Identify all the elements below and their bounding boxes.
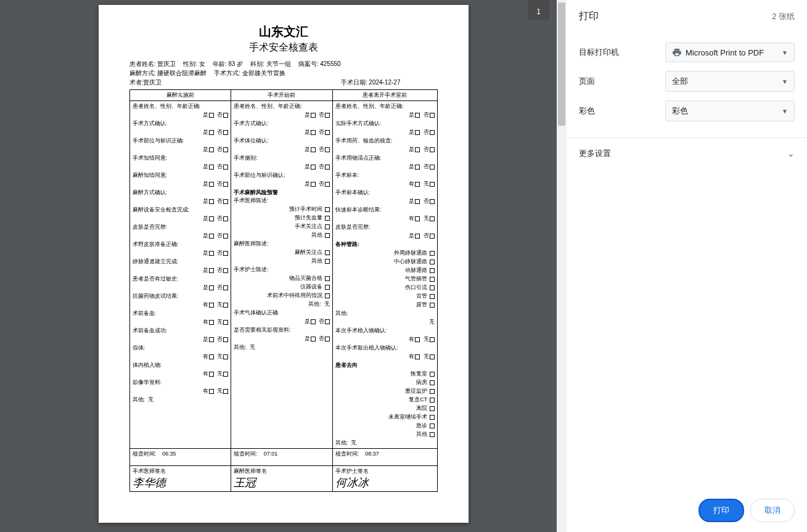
print-sidebar: 打印 2 张纸 目标打印机 Microsoft Print to PDF ▼ 页… xyxy=(567,0,807,532)
print-button[interactable]: 打印 xyxy=(698,499,744,522)
patient-info: 患者姓名: 贾庆卫 性别: 女 年龄: 83 岁 科别: 关节一组 病案号: 4… xyxy=(129,59,438,87)
print-preview-area: 1 山东文汇 手术安全核查表 患者姓名: 贾庆卫 性别: 女 年龄: 83 岁 … xyxy=(0,0,567,532)
print-title: 打印 xyxy=(579,10,599,23)
color-select[interactable]: 彩色 ▼ xyxy=(665,100,795,121)
printer-icon xyxy=(672,47,682,57)
destination-label: 目标打印机 xyxy=(579,47,619,58)
checklist-table: 麻醉实施前 手术开始前 患者离开手术室前 患者姓名、性别、年龄正确:是 否 手术… xyxy=(129,89,438,492)
doc-subtitle: 手术安全核查表 xyxy=(129,41,438,54)
pages-select[interactable]: 全部 ▼ xyxy=(665,71,795,92)
destination-value: Microsoft Print to PDF xyxy=(686,48,764,57)
preview-scrollbar[interactable] xyxy=(557,0,567,532)
sheet-count: 2 张纸 xyxy=(772,11,795,22)
destination-select[interactable]: Microsoft Print to PDF ▼ xyxy=(665,43,795,62)
more-settings-label: 更多设置 xyxy=(579,148,611,159)
chevron-down-icon: ⌄ xyxy=(787,149,795,158)
scrollbar-thumb[interactable] xyxy=(558,2,565,126)
chevron-down-icon: ▼ xyxy=(782,78,788,85)
chevron-down-icon: ▼ xyxy=(782,49,788,56)
color-label: 彩色 xyxy=(579,105,595,117)
pages-label: 页面 xyxy=(579,76,595,87)
color-value: 彩色 xyxy=(672,105,688,117)
more-settings-toggle[interactable]: 更多设置 ⌄ xyxy=(567,137,807,169)
page-preview: 山东文汇 手术安全核查表 患者姓名: 贾庆卫 性别: 女 年龄: 83 岁 科别… xyxy=(99,5,469,523)
page-number-badge: 1 xyxy=(528,0,549,20)
doc-title: 山东文汇 xyxy=(129,23,438,40)
pages-value: 全部 xyxy=(672,76,688,87)
chevron-down-icon: ▼ xyxy=(782,108,788,115)
cancel-button[interactable]: 取消 xyxy=(750,499,795,522)
